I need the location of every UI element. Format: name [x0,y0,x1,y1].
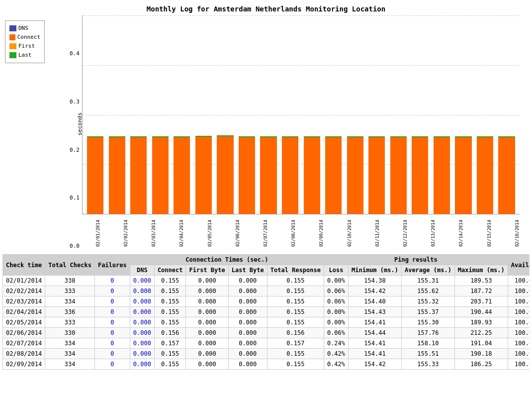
table-cell: 0.000 [228,328,267,338]
x-label: 02/02/2014 [112,214,139,249]
bar-connect [260,137,276,214]
x-label: 02/13/2014 [420,214,446,249]
bar-connect [368,137,385,214]
bar-stack [412,136,428,214]
table-row: 02/05/201433300.0000.1550.0000.0000.1550… [3,317,530,328]
bar-connect [434,137,450,214]
table-cell: 155.32 [401,296,454,307]
x-label: 02/16/2014 [504,214,520,249]
y-axis: 0.4 0.3 0.2 0.1 0.0 [70,50,82,249]
y-tick-3: 0.1 [70,195,80,201]
y-tick-0: 0.4 [70,50,80,57]
table-cell: 100.0000 % [508,296,530,307]
table-cell: 0.00% [324,307,348,317]
chart-wrapper: 0.4 0.3 0.2 0.1 0.0 seconds [50,15,527,249]
table-cell: 0.155 [154,296,186,307]
table-cell: 154.40 [349,296,402,307]
x-label: 02/12/2014 [392,214,419,249]
bar-connect [239,137,255,214]
table-cell: 100.0000 % [508,317,530,328]
table-cell: 0 [94,276,130,286]
legend-label-connect: Connect [17,33,40,42]
bar-group [172,15,192,214]
table-cell: 212.25 [454,328,508,338]
table-cell: 0.156 [154,328,186,338]
table-row: 02/08/201433400.0000.1550.0000.0000.1550… [3,349,530,359]
table-cell: 0.000 [228,296,267,307]
bar-group [432,15,452,214]
th-ping-results: Ping results [324,255,508,265]
table-cell: 02/09/2014 [3,359,45,370]
table-cell: 0.157 [154,338,186,349]
chart-area: DNS Connect First Last 0.4 0.3 [0,15,532,249]
chart-plot-wrapper: seconds 02/01/201402/02/201402/03/201402 [82,15,520,249]
table-cell: 0.155 [267,317,324,328]
table-row: 02/03/201433400.0000.1550.0000.0000.1550… [3,296,530,307]
table-cell: 334 [45,338,95,349]
table-cell: 0.000 [130,338,154,349]
bar-group [193,15,214,214]
bar-connect [347,137,363,214]
x-label: 02/06/2014 [224,214,251,249]
page-container: Monthly Log for Amsterdam Netherlands Mo… [0,0,532,370]
table-row: 02/02/201433300.0000.1550.0000.0000.1550… [3,286,530,296]
legend-color-last [9,52,16,58]
table-cell: 334 [45,359,95,370]
table-cell: 0.06% [324,286,348,296]
table-cell: 0.000 [228,307,267,317]
table-row: 02/01/201433800.0000.1550.0000.0000.1550… [3,276,530,286]
table-cell: 187.72 [454,286,508,296]
bar-stack [434,136,450,214]
table-cell: 0 [94,317,130,328]
table-cell: 338 [45,276,95,286]
table-cell: 0.155 [154,286,186,296]
table-cell: 154.38 [349,276,402,286]
bar-stack [239,136,255,214]
bar-connect [282,137,298,214]
table-cell: 0 [94,296,130,307]
table-cell: 0.000 [228,317,267,328]
bar-stack [455,136,471,214]
table-cell: 0 [94,359,130,370]
th-first-byte: First Byte [186,265,228,276]
bar-stack [260,136,276,214]
table-cell: 330 [45,328,95,338]
table-cell: 0.000 [130,328,154,338]
legend-label-first: First [18,42,35,51]
bar-stack [477,136,493,214]
table-cell: 100.0000 % [508,307,530,317]
table-cell: 0.000 [228,276,267,286]
table-cell: 0.155 [267,296,324,307]
bars-container [83,15,520,214]
table-row: 02/06/201433000.0000.1560.0000.0000.1560… [3,328,530,338]
table-cell: 0.000 [186,328,228,338]
x-label: 02/05/2014 [196,214,223,249]
table-cell: 0.000 [130,276,154,286]
table-cell: 154.41 [349,349,402,359]
table-cell: 0.155 [154,359,186,370]
bar-stack [498,136,515,214]
bar-group [280,15,301,214]
table-cell: 0.000 [130,286,154,296]
table-row: 02/04/201433600.0000.1550.0000.0000.1550… [3,307,530,317]
bar-connect [390,137,407,214]
table-cell: 0.000 [130,317,154,328]
bar-group [453,15,474,214]
legend-label-dns: DNS [18,24,28,33]
table-cell: 334 [45,349,95,359]
table-cell: 0.156 [267,328,324,338]
table-cell: 155.62 [401,286,454,296]
table-cell: 0.000 [228,349,267,359]
legend-item-dns: DNS [9,24,40,33]
th-dns: DNS [130,265,154,276]
table-cell: 02/08/2014 [3,349,45,359]
table-cell: 0.000 [186,338,228,349]
table-cell: 155.51 [401,349,454,359]
table-cell: 100.0000 % [508,328,530,338]
table-cell: 0.155 [267,276,324,286]
table-cell: 02/01/2014 [3,276,45,286]
table-cell: 154.41 [349,338,402,349]
table-cell: 154.44 [349,328,402,338]
table-cell: 191.04 [454,338,508,349]
table-cell: 155.33 [401,359,454,370]
